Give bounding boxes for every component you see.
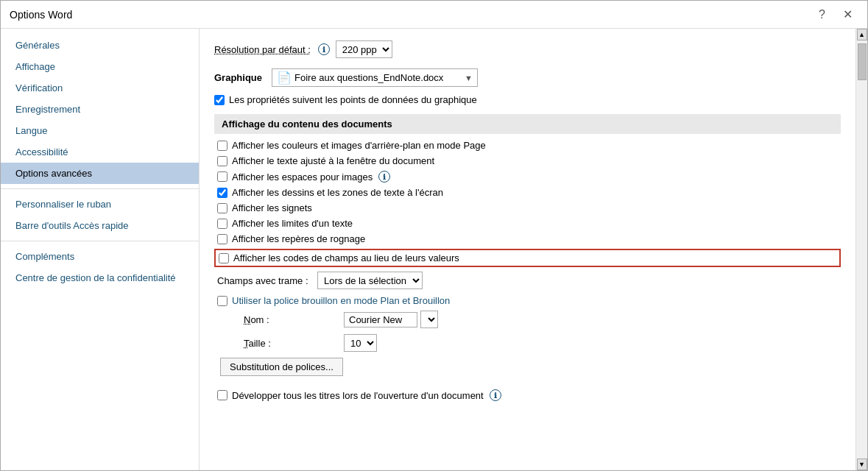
sidebar: Générales Affichage Vérification Enregis… bbox=[1, 29, 200, 470]
sidebar-item-personnaliser-ruban[interactable]: Personnaliser le ruban bbox=[1, 194, 199, 215]
window-title: Options Word bbox=[10, 9, 72, 21]
scrollbar-thumb[interactable] bbox=[858, 43, 867, 80]
sidebar-item-barre-outils[interactable]: Barre d'outils Accès rapide bbox=[1, 215, 199, 236]
champs-trame-label: Champs avec trame : bbox=[217, 275, 313, 286]
highlighted-checkbox-row: Afficher les codes de champs au lieu de … bbox=[214, 249, 841, 267]
champs-trame-select[interactable]: Lors de la sélection bbox=[317, 272, 423, 289]
checkbox-cb6[interactable] bbox=[217, 219, 227, 229]
developper-info-icon[interactable]: ℹ bbox=[490, 389, 501, 401]
sidebar-item-verification[interactable]: Vérification bbox=[1, 77, 199, 99]
options-word-window: Options Word ? ✕ Générales Affichage Vér… bbox=[0, 0, 868, 471]
checkbox-label-cb4: Afficher les dessins et les zones de tex… bbox=[232, 187, 443, 198]
sidebar-divider-1 bbox=[1, 188, 199, 189]
checkbox-row-cb3: Afficher les espaces pour images ℹ bbox=[214, 171, 841, 183]
resolution-label: Résolution par défaut : bbox=[214, 44, 311, 55]
taille-label-rest: aille : bbox=[249, 338, 271, 349]
checkbox-row-cb7: Afficher les repères de rognage bbox=[214, 233, 841, 244]
resolution-row: Résolution par défaut : ℹ 220 ppp bbox=[214, 40, 841, 58]
sidebar-item-langue[interactable]: Langue bbox=[1, 120, 199, 141]
sidebar-item-confidentialite[interactable]: Centre de gestion de la confidentialité bbox=[1, 267, 199, 288]
checkbox-cb5[interactable] bbox=[217, 203, 227, 213]
checkbox-cb4[interactable] bbox=[217, 188, 227, 198]
graphique-file-name: Foire aux questions_EndNote.docx bbox=[294, 72, 459, 83]
scrollbar-down-button[interactable]: ▼ bbox=[857, 458, 867, 470]
file-icon: 📄 bbox=[277, 71, 292, 85]
nom-label-underline: N bbox=[244, 314, 250, 325]
taille-select[interactable]: 10 bbox=[344, 334, 377, 352]
checkbox-label-cb8: Afficher les codes de champs au lieu de … bbox=[233, 252, 459, 263]
content-area: Générales Affichage Vérification Enregis… bbox=[1, 29, 867, 470]
sidebar-item-options-avancees[interactable]: Options avancées bbox=[1, 163, 199, 184]
sidebar-item-enregistrement[interactable]: Enregistrement bbox=[1, 99, 199, 120]
sidebar-divider-2 bbox=[1, 241, 199, 241]
graphique-label: Graphique bbox=[214, 72, 266, 83]
checkbox-cb2[interactable] bbox=[217, 156, 227, 166]
graphique-row: Graphique 📄 Foire aux questions_EndNote.… bbox=[214, 68, 841, 87]
checkbox-developper-row: Développer tous les titres lors de l'ouv… bbox=[214, 389, 841, 401]
checkbox-developper-label: Développer tous les titres lors de l'ouv… bbox=[232, 390, 484, 401]
checkbox-cb1[interactable] bbox=[217, 141, 227, 151]
checkbox-police-row: Utiliser la police brouillon en mode Pla… bbox=[214, 295, 841, 306]
nom-label: Nom : bbox=[244, 314, 339, 325]
champs-trame-row: Champs avec trame : Lors de la sélection bbox=[214, 272, 841, 289]
checkbox-label-cb6: Afficher les limites d'un texte bbox=[232, 218, 353, 229]
taille-row: Taille : 10 bbox=[214, 334, 841, 352]
taille-label: Taille : bbox=[244, 338, 339, 349]
substitution-row: Substitution de polices... bbox=[214, 358, 841, 382]
help-button[interactable]: ? bbox=[813, 7, 831, 23]
nom-select[interactable] bbox=[420, 311, 438, 328]
checkbox-label-cb2: Afficher le texte ajusté à la fenêtre du… bbox=[232, 155, 434, 166]
checkbox-label-cb1: Afficher les couleurs et images d'arrièr… bbox=[232, 140, 486, 151]
close-button[interactable]: ✕ bbox=[837, 6, 858, 23]
checkbox-cb8[interactable] bbox=[219, 253, 229, 263]
checkbox-label-cb7: Afficher les repères de rognage bbox=[232, 233, 365, 244]
checkbox-graph-props-row: Les propriétés suivent les points de don… bbox=[214, 94, 841, 105]
section-affichage-header: Affichage du contenu des documents bbox=[214, 114, 841, 134]
checkbox-cb7[interactable] bbox=[217, 234, 227, 244]
resolution-info-icon[interactable]: ℹ bbox=[318, 43, 330, 55]
scrollbar-track: ▲ ▼ bbox=[855, 29, 867, 470]
checkbox-row-cb5: Afficher les signets bbox=[214, 202, 841, 213]
checkbox-graph-props[interactable] bbox=[214, 95, 225, 105]
checkbox-row-cb2: Afficher le texte ajusté à la fenêtre du… bbox=[214, 155, 841, 166]
espaces-info-icon[interactable]: ℹ bbox=[378, 171, 390, 183]
checkbox-cb3[interactable] bbox=[217, 171, 227, 182]
checkbox-row-cb4: Afficher les dessins et les zones de tex… bbox=[214, 187, 841, 198]
checkbox-police[interactable] bbox=[217, 296, 227, 306]
title-bar-buttons: ? ✕ bbox=[813, 6, 858, 23]
checkbox-row-cb1: Afficher les couleurs et images d'arrièr… bbox=[214, 140, 841, 151]
checkbox-label-cb3: Afficher les espaces pour images bbox=[232, 171, 373, 183]
sidebar-item-complements[interactable]: Compléments bbox=[1, 246, 199, 267]
substitution-button[interactable]: Substitution de polices... bbox=[220, 358, 343, 376]
sidebar-item-affichage[interactable]: Affichage bbox=[1, 56, 199, 77]
title-bar: Options Word ? ✕ bbox=[1, 1, 867, 29]
checkbox-label-cb5: Afficher les signets bbox=[232, 202, 312, 213]
sidebar-item-generales[interactable]: Générales bbox=[1, 35, 199, 56]
main-panel: Résolution par défaut : ℹ 220 ppp Graphi… bbox=[200, 29, 855, 470]
scrollbar-up-button[interactable]: ▲ bbox=[857, 29, 867, 40]
checkbox-developper[interactable] bbox=[217, 390, 227, 400]
resolution-select[interactable]: 220 ppp bbox=[336, 40, 392, 58]
nom-select-wrapper: Courier New bbox=[344, 311, 438, 328]
nom-label-rest: om : bbox=[250, 314, 269, 325]
graphique-dropdown-arrow: ▼ bbox=[465, 74, 473, 82]
sidebar-item-accessibilite[interactable]: Accessibilité bbox=[1, 141, 199, 163]
checkbox-police-label: Utiliser la police brouillon en mode Pla… bbox=[232, 295, 450, 306]
nom-value: Courier New bbox=[344, 312, 417, 327]
checkbox-row-cb6: Afficher les limites d'un texte bbox=[214, 218, 841, 229]
graphique-file-select[interactable]: 📄 Foire aux questions_EndNote.docx ▼ bbox=[272, 68, 478, 87]
nom-row: Nom : Courier New bbox=[214, 311, 841, 328]
checkbox-graph-props-label: Les propriétés suivent les points de don… bbox=[229, 94, 477, 105]
